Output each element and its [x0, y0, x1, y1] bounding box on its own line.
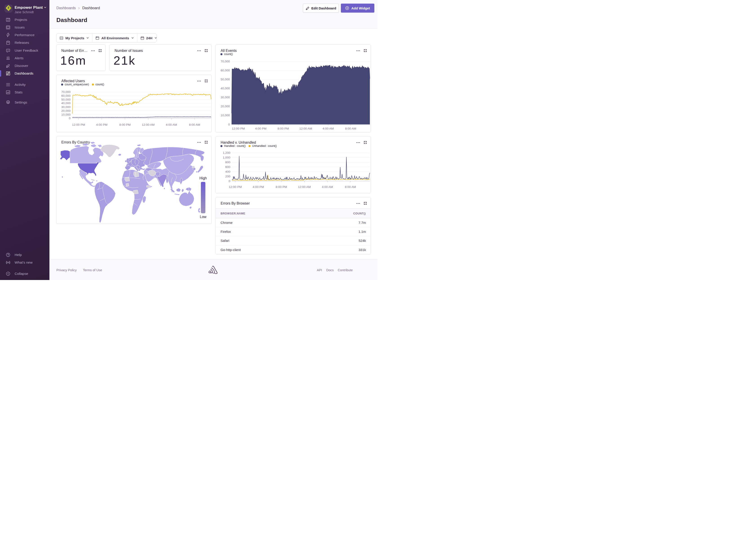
- svg-text:8:00 PM: 8:00 PM: [275, 185, 287, 188]
- svg-text:10,000: 10,000: [61, 113, 71, 116]
- svg-text:20,000: 20,000: [220, 105, 230, 108]
- svg-text:8:00 AM: 8:00 AM: [345, 127, 356, 130]
- svg-text:30,000: 30,000: [220, 96, 230, 99]
- svg-text:8:00 PM: 8:00 PM: [277, 127, 289, 130]
- svg-text:20,000: 20,000: [61, 109, 71, 113]
- svg-text:50,000: 50,000: [220, 78, 230, 81]
- svg-text:70,000: 70,000: [61, 90, 71, 94]
- svg-text:8:00 AM: 8:00 AM: [345, 185, 356, 188]
- svg-text:50,000: 50,000: [61, 98, 71, 101]
- svg-text:10,000: 10,000: [220, 114, 230, 117]
- svg-text:1,000: 1,000: [223, 156, 230, 159]
- svg-text:4:00 PM: 4:00 PM: [253, 185, 264, 188]
- svg-text:12:00 PM: 12:00 PM: [232, 127, 245, 130]
- svg-text:4:00 PM: 4:00 PM: [255, 127, 266, 130]
- svg-text:200: 200: [225, 175, 230, 178]
- svg-text:1,200: 1,200: [223, 151, 230, 155]
- svg-text:12:00 AM: 12:00 AM: [298, 185, 311, 188]
- svg-text:12:00 AM: 12:00 AM: [142, 123, 155, 126]
- svg-text:60,000: 60,000: [220, 69, 230, 72]
- svg-text:60,000: 60,000: [61, 94, 71, 97]
- svg-text:0: 0: [228, 123, 230, 126]
- svg-text:8:00 AM: 8:00 AM: [189, 123, 200, 126]
- svg-text:40,000: 40,000: [61, 101, 71, 105]
- svg-text:12:00 PM: 12:00 PM: [72, 123, 85, 126]
- svg-text:4:00 PM: 4:00 PM: [96, 123, 108, 126]
- svg-text:30,000: 30,000: [61, 105, 71, 109]
- svg-text:4:00 AM: 4:00 AM: [323, 127, 334, 130]
- svg-text:0: 0: [229, 179, 230, 183]
- svg-text:Low: Low: [200, 215, 207, 219]
- svg-text:0: 0: [69, 117, 71, 120]
- svg-text:800: 800: [225, 161, 230, 164]
- svg-text:40,000: 40,000: [220, 87, 230, 90]
- svg-text:High: High: [199, 176, 207, 180]
- svg-text:4:00 AM: 4:00 AM: [166, 123, 177, 126]
- svg-text:400: 400: [225, 170, 230, 173]
- svg-text:600: 600: [225, 165, 230, 168]
- svg-text:70,000: 70,000: [220, 60, 230, 63]
- svg-text:12:00 PM: 12:00 PM: [229, 185, 242, 188]
- svg-text:8:00 PM: 8:00 PM: [119, 123, 131, 126]
- svg-text:12:00 AM: 12:00 AM: [299, 127, 312, 130]
- svg-text:4:00 AM: 4:00 AM: [322, 185, 333, 188]
